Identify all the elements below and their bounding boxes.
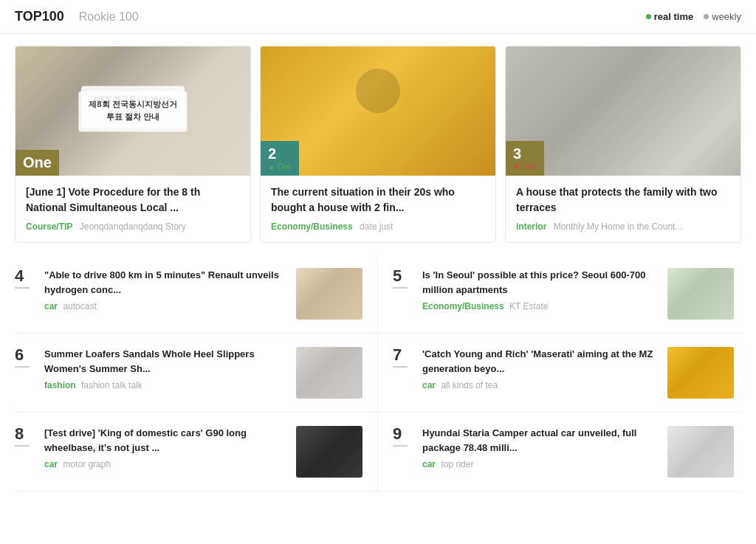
- rookie100-title[interactable]: Rookie 100: [79, 10, 139, 24]
- list-category-4: car: [44, 301, 58, 311]
- realtime-dot: [646, 14, 651, 19]
- list-rank-4: 4: [15, 268, 35, 284]
- weekly-dot: [704, 14, 709, 19]
- top3-title-1: [June 1] Vote Procedure for the 8 th Nat…: [26, 185, 240, 216]
- top3-category-2: Economy/Business: [271, 221, 353, 232]
- list-thumb-4: [296, 268, 362, 320]
- top3-info-3: A house that protects the family with tw…: [506, 176, 740, 242]
- list-item-5[interactable]: 5 Is 'In Seoul' possible at this price? …: [378, 255, 741, 334]
- top3-meta-2: Economy/Business date just: [271, 221, 485, 232]
- list-title-6: Summer Loafers Sandals Whole Heel Slippe…: [44, 347, 287, 376]
- list-rank-8: 8: [15, 426, 35, 442]
- list-title-8: [Test drive] 'King of domestic cars' G90…: [44, 426, 287, 455]
- rank-line-6: [15, 366, 30, 368]
- header-nav: TOP100 Rookie 100: [15, 9, 139, 24]
- list-meta-5: Economy/Business KT Estate: [422, 301, 659, 311]
- top3-source-1: Jeonqdanqdanqdanq Story: [80, 221, 186, 232]
- list-meta-9: car top rider: [422, 459, 659, 469]
- list-item-6[interactable]: 6 Summer Loafers Sandals Whole Heel Slip…: [15, 334, 378, 413]
- list-content-9: Hyundai Staria Camper actual car unveile…: [422, 426, 659, 469]
- rank-line-7: [393, 366, 408, 368]
- list-meta-6: fashion fashion talk talk: [44, 380, 287, 390]
- list-thumb-9: [667, 426, 734, 478]
- list-item-9[interactable]: 9 Hyundai Staria Camper actual car unvei…: [378, 413, 741, 492]
- list-source-4: autocast: [63, 301, 96, 311]
- rank-badge-2: 2 ▲ One: [261, 141, 299, 176]
- top3-image-3: 3 ▼ One: [506, 47, 740, 176]
- list-title-9: Hyundai Staria Camper actual car unveile…: [422, 426, 659, 455]
- list-section: 4 "Able to drive 800 km in 5 minutes" Re…: [0, 255, 756, 506]
- list-content-5: Is 'In Seoul' possible at this price? Se…: [422, 268, 659, 311]
- top3-image-2: 2 ▲ One: [261, 47, 495, 176]
- top3-meta-3: interior Monthly My Home in the Count...: [516, 221, 730, 232]
- rank-line-8: [15, 445, 30, 447]
- list-content-6: Summer Loafers Sandals Whole Heel Slippe…: [44, 347, 287, 390]
- rank-line-5: [393, 287, 408, 289]
- top3-image-1: 제8회 전국동시지방선거 투표 절차 안내 One: [16, 47, 250, 176]
- rank-line-9: [393, 445, 408, 447]
- list-category-5: Economy/Business: [422, 301, 504, 311]
- list-category-6: fashion: [44, 380, 76, 390]
- top3-title-2: The current situation in their 20s who b…: [271, 185, 485, 216]
- list-meta-4: car autocast: [44, 301, 287, 311]
- list-title-4: "Able to drive 800 km in 5 minutes" Rena…: [44, 268, 287, 297]
- top3-source-2: date just: [360, 221, 393, 232]
- list-category-7: car: [422, 380, 436, 390]
- rank-change-3: ▼ One: [513, 162, 537, 171]
- rank-badge-1: One: [16, 150, 59, 176]
- list-source-9: top rider: [441, 459, 473, 469]
- list-title-5: Is 'In Seoul' possible at this price? Se…: [422, 268, 659, 297]
- header-filters: real time weekly: [646, 11, 741, 22]
- list-source-5: KT Estate: [509, 301, 548, 311]
- list-source-7: all kinds of tea: [441, 380, 498, 390]
- top3-info-2: The current situation in their 20s who b…: [261, 176, 495, 242]
- list-thumb-6: [296, 347, 362, 399]
- list-rank-7: 7: [393, 347, 413, 363]
- list-content-4: "Able to drive 800 km in 5 minutes" Rena…: [44, 268, 287, 311]
- list-category-8: car: [44, 459, 58, 469]
- top100-title[interactable]: TOP100: [15, 9, 64, 24]
- list-thumb-8: [296, 426, 362, 478]
- rank-line-4: [15, 287, 30, 289]
- list-source-6: fashion talk talk: [81, 380, 142, 390]
- rank-badge-3: 3 ▼ One: [506, 141, 544, 176]
- list-source-8: motor graph: [63, 459, 111, 469]
- list-content-8: [Test drive] 'King of domestic cars' G90…: [44, 426, 287, 469]
- top3-info-1: [June 1] Vote Procedure for the 8 th Nat…: [16, 176, 250, 242]
- top3-card-2[interactable]: 2 ▲ One The current situation in their 2…: [260, 46, 496, 243]
- top3-category-1: Course/TIP: [26, 221, 72, 232]
- top3-category-3: interior: [516, 221, 546, 232]
- page-header: TOP100 Rookie 100 real time weekly: [0, 0, 756, 34]
- list-content-7: 'Catch Young and Rich' 'Maserati' aiming…: [422, 347, 659, 390]
- list-meta-8: car motor graph: [44, 459, 287, 469]
- list-meta-7: car all kinds of tea: [422, 380, 659, 390]
- rank-change-2: ▲ One: [268, 162, 292, 171]
- list-item-4[interactable]: 4 "Able to drive 800 km in 5 minutes" Re…: [15, 255, 378, 334]
- list-item-8[interactable]: 8 [Test drive] 'King of domestic cars' G…: [15, 413, 378, 492]
- top3-title-3: A house that protects the family with tw…: [516, 185, 730, 216]
- list-item-7[interactable]: 7 'Catch Young and Rich' 'Maserati' aimi…: [378, 334, 741, 413]
- realtime-tab[interactable]: real time: [646, 11, 693, 22]
- list-thumb-7: [667, 347, 734, 399]
- list-rank-5: 5: [393, 268, 413, 284]
- top3-meta-1: Course/TIP Jeonqdanqdanqdanq Story: [26, 221, 240, 232]
- list-rank-9: 9: [393, 426, 413, 442]
- top3-section: 제8회 전국동시지방선거 투표 절차 안내 One [June 1] Vote …: [0, 34, 756, 255]
- top3-card-3[interactable]: 3 ▼ One A house that protects the family…: [505, 46, 741, 243]
- list-category-9: car: [422, 459, 436, 469]
- top3-source-3: Monthly My Home in the Count...: [554, 221, 683, 232]
- list-title-7: 'Catch Young and Rich' 'Maserati' aiming…: [422, 347, 659, 376]
- list-rank-6: 6: [15, 347, 35, 363]
- weekly-tab[interactable]: weekly: [704, 11, 741, 22]
- top3-card-1[interactable]: 제8회 전국동시지방선거 투표 절차 안내 One [June 1] Vote …: [15, 46, 251, 243]
- list-thumb-5: [667, 268, 734, 320]
